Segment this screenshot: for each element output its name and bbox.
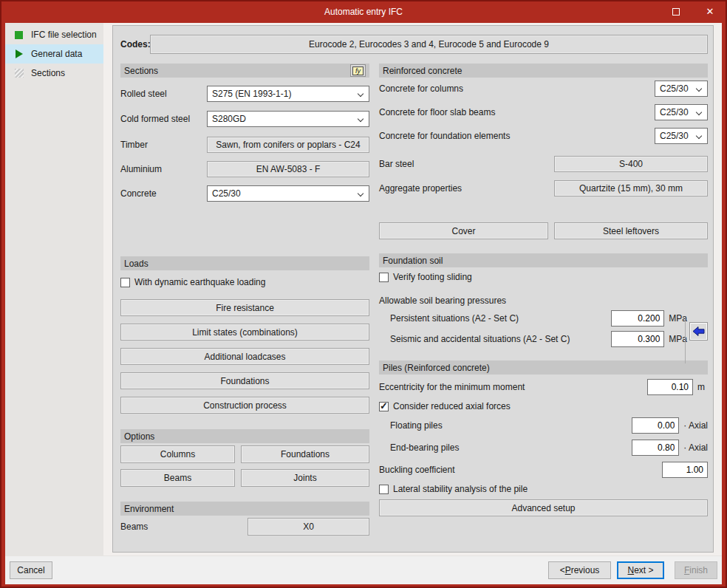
foundations-loads-button[interactable]: Foundations xyxy=(120,372,369,389)
timber-value-button[interactable]: Sawn, from conifers or poplars - C24 xyxy=(207,137,369,153)
bar-steel-label: Bar steel xyxy=(379,159,554,169)
maximize-button[interactable] xyxy=(659,0,693,23)
lateral-stability-label: Lateral stability analysis of the pile xyxy=(393,484,528,494)
loads-group-title: Loads xyxy=(124,259,366,269)
lateral-stability-checkbox-row: ✓ Lateral stability analysis of the pile xyxy=(379,484,708,494)
dynamic-earthquake-label: With dynamic earthquake loading xyxy=(134,277,265,287)
options-group-header: Options xyxy=(120,429,369,443)
cold-formed-steel-select[interactable]: S280GD xyxy=(207,111,369,127)
panel-gutter: Codes: Eurocode 2, Eurocodes 3 and 4, Eu… xyxy=(103,23,722,555)
reduced-axial-checkbox-row: ✓ Consider reduced axial forces xyxy=(379,401,708,411)
limit-states-button[interactable]: Limit states (combinations) xyxy=(120,324,369,341)
floating-piles-label: Floating piles xyxy=(390,420,632,431)
next-rest: ext > xyxy=(634,565,653,575)
options-joints-button[interactable]: Joints xyxy=(241,469,369,487)
fire-resistance-button[interactable]: Fire resistance xyxy=(120,299,369,316)
dialog-footer: Cancel < Previous Next > Finish xyxy=(5,555,722,584)
reinforced-concrete-group-header: Reinforced concrete xyxy=(379,64,708,78)
concrete-columns-select[interactable]: C25/30 xyxy=(655,81,708,97)
additional-loadcases-button[interactable]: Additional loadcases xyxy=(120,348,369,365)
copy-values-button[interactable] xyxy=(689,322,708,341)
timber-row: Timber Sawn, from conifers or poplars - … xyxy=(120,137,369,153)
lateral-stability-checkbox[interactable]: ✓ xyxy=(379,485,389,494)
concrete-value: C25/30 xyxy=(212,188,241,199)
dynamic-earthquake-checkbox[interactable]: ✓ xyxy=(120,278,130,287)
end-bearing-piles-input[interactable] xyxy=(632,440,679,456)
concrete-foundation-value: C25/30 xyxy=(660,131,689,141)
loads-buttons: Fire resistance Limit states (combinatio… xyxy=(120,299,369,414)
soil-divider xyxy=(685,318,686,363)
finish-accel: F xyxy=(684,565,689,575)
codes-label: Codes: xyxy=(120,39,150,49)
end-bearing-piles-row: End-bearing piles · Axial xyxy=(379,440,708,456)
bar-steel-button[interactable]: S-400 xyxy=(554,156,708,172)
close-icon: ✕ xyxy=(706,7,714,16)
finish-rest: inish xyxy=(689,565,708,575)
chevron-down-icon xyxy=(696,133,702,139)
options-buttons: Columns Foundations Beams Joints xyxy=(120,445,369,487)
reduced-axial-checkbox[interactable]: ✓ xyxy=(379,402,389,411)
titlebar-spacer xyxy=(0,0,68,23)
concrete-row: Concrete C25/30 xyxy=(120,185,369,202)
end-bearing-unit-label: · Axial xyxy=(683,442,708,453)
finish-button[interactable]: Finish xyxy=(675,561,717,579)
advanced-setup-button[interactable]: Advanced setup xyxy=(379,499,708,516)
sidebar-item-sections[interactable]: Sections xyxy=(5,64,103,83)
sidebar-item-ifc-file-selection[interactable]: IFC file selection xyxy=(5,25,103,44)
right-column: Reinforced concrete Concrete for columns… xyxy=(379,64,708,552)
persistent-pressure-input[interactable] xyxy=(611,310,664,327)
codes-value-button[interactable]: Eurocode 2, Eurocodes 3 and 4, Eurocode … xyxy=(150,35,708,54)
aggregate-button[interactable]: Quartzite (15 mm), 30 mm xyxy=(554,180,708,196)
rolled-steel-label: Rolled steel xyxy=(120,89,207,99)
timber-label: Timber xyxy=(120,140,207,150)
concrete-foundation-label: Concrete for foundation elements xyxy=(379,131,655,141)
persistent-situations-row: Persistent situations (A2 - Set C) MPa xyxy=(379,310,708,327)
eccentricity-label: Eccentricity for the minimum moment xyxy=(379,382,647,392)
buckling-input[interactable] xyxy=(662,462,708,478)
concrete-floor-select[interactable]: C25/30 xyxy=(655,104,708,120)
step-pending-icon xyxy=(13,68,24,79)
options-columns-button[interactable]: Columns xyxy=(120,445,235,463)
concrete-columns-row: Concrete for columns C25/30 xyxy=(379,81,708,97)
reinforced-concrete-title: Reinforced concrete xyxy=(383,66,704,76)
next-button[interactable]: Next > xyxy=(617,561,664,579)
previous-button[interactable]: < Previous xyxy=(548,561,611,579)
sidebar-item-general-data[interactable]: General data xyxy=(5,44,103,64)
piles-title: Piles (Reinforced concrete) xyxy=(383,363,704,373)
rolled-steel-select[interactable]: S275 (EN 1993-1-1) xyxy=(207,86,369,102)
eccentricity-row: Eccentricity for the minimum moment m xyxy=(379,379,708,395)
cancel-button[interactable]: Cancel xyxy=(10,561,52,579)
environment-beams-button[interactable]: X0 xyxy=(248,518,369,536)
options-foundations-button[interactable]: Foundations xyxy=(241,445,369,463)
aluminium-value-button[interactable]: EN AW-5083 - F xyxy=(207,161,369,177)
sidebar-item-label: IFC file selection xyxy=(31,30,97,40)
next-accel: N xyxy=(627,565,634,575)
previous-accel: P xyxy=(565,565,571,575)
loads-group-header: Loads xyxy=(120,256,369,270)
concrete-select[interactable]: C25/30 xyxy=(207,185,369,202)
concrete-foundation-row: Concrete for foundation elements C25/30 xyxy=(379,128,708,144)
concrete-foundation-select[interactable]: C25/30 xyxy=(655,128,708,144)
chevron-down-icon xyxy=(696,109,702,115)
verify-footing-checkbox[interactable]: ✓ xyxy=(379,273,389,282)
concrete-floor-row: Concrete for floor slab beams C25/30 xyxy=(379,104,708,120)
concrete-columns-label: Concrete for columns xyxy=(379,83,655,94)
close-button[interactable]: ✕ xyxy=(693,0,727,23)
environment-group-header: Environment xyxy=(120,502,369,516)
buckling-row: Buckling coefficient xyxy=(379,462,708,478)
options-beams-button[interactable]: Beams xyxy=(120,469,235,487)
step-done-icon xyxy=(13,30,24,41)
step-current-icon xyxy=(13,49,24,60)
seismic-pressure-input[interactable] xyxy=(611,331,664,347)
construction-process-button[interactable]: Construction process xyxy=(120,397,369,414)
dialog-body: IFC file selection General data Sections… xyxy=(5,23,722,555)
cold-formed-steel-value: S280GD xyxy=(212,114,246,124)
verify-footing-label: Verify footing sliding xyxy=(393,272,472,282)
rolled-steel-row: Rolled steel S275 (EN 1993-1-1) xyxy=(120,86,369,102)
floating-piles-input[interactable] xyxy=(632,417,679,434)
material-properties-button[interactable]: fy xyxy=(350,64,366,77)
eccentricity-input[interactable] xyxy=(647,379,693,395)
steel-leftovers-button[interactable]: Steel leftovers xyxy=(554,222,708,239)
cover-button[interactable]: Cover xyxy=(379,222,548,239)
dialog-window: Automatic entry IFC ✕ IFC file selection… xyxy=(0,0,727,588)
